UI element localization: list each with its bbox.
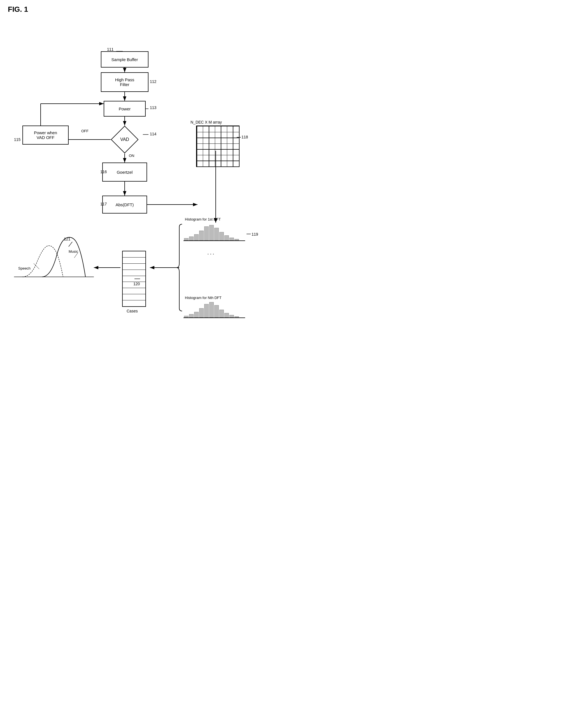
cases-cell xyxy=(123,276,146,282)
hist-bar xyxy=(194,234,199,240)
power-vad-off-label: Power whenVAD OFF xyxy=(34,130,57,140)
ref-115: 115 xyxy=(14,137,21,142)
fig-title: FIG. 1 xyxy=(8,5,28,14)
abs-dft-box: Abs(DFT) xyxy=(102,196,147,213)
sample-buffer-box: Sample Buffer xyxy=(101,51,149,68)
power-vad-off-box: Power whenVAD OFF xyxy=(22,126,69,145)
page: FIG. 1 xyxy=(0,0,290,364)
hist-bar xyxy=(219,232,224,240)
histogram-1 xyxy=(184,224,245,241)
hist-bar xyxy=(204,304,209,317)
ref-119: 119 xyxy=(252,232,258,236)
hist-bar xyxy=(214,228,219,240)
ref-120: 120 xyxy=(133,282,140,286)
ndec-grid xyxy=(196,126,239,167)
cases-label: Cases xyxy=(127,309,138,313)
ref-116: 116 xyxy=(100,170,107,174)
power-label: Power xyxy=(119,106,131,111)
hist1-label: Histogram for 1st DFT xyxy=(185,217,221,222)
cases-cell xyxy=(123,251,146,258)
hist-bar xyxy=(189,236,193,240)
cases-cell xyxy=(123,294,146,301)
hist-bar xyxy=(235,316,239,317)
hist-bar xyxy=(225,235,229,240)
music-label: Music xyxy=(69,250,78,254)
cases-cell xyxy=(123,301,146,306)
hist-bar xyxy=(204,227,209,240)
curves-container: Speech Music xyxy=(14,235,94,280)
vad-diamond: VAD xyxy=(111,126,139,154)
cases-cell xyxy=(123,270,146,276)
hist-bar xyxy=(184,316,188,317)
hist-bar xyxy=(199,308,204,317)
histN-label: Histogram for Nth DFT xyxy=(185,296,221,300)
hist-bar xyxy=(225,313,229,317)
hist-bar xyxy=(235,239,239,240)
cases-cell xyxy=(123,288,146,294)
ndec-array-label: N_DEC X M array xyxy=(190,120,222,124)
vad-label: VAD xyxy=(120,137,129,142)
hist-bar xyxy=(230,238,234,240)
cases-cell xyxy=(123,258,146,264)
on-label: ON xyxy=(129,154,134,158)
hist-bar xyxy=(194,312,199,317)
high-pass-filter-label: High PassFilter xyxy=(115,77,134,87)
cases-stack xyxy=(122,251,146,307)
dots-label: ... xyxy=(207,250,215,256)
ref-114: 114 xyxy=(150,132,156,136)
abs-dft-label: Abs(DFT) xyxy=(116,202,134,207)
hist-bar xyxy=(189,314,193,317)
ref-111: 111 xyxy=(107,47,113,52)
off-label: OFF xyxy=(81,129,88,133)
svg-line-26 xyxy=(34,263,39,269)
speech-label: Speech xyxy=(18,266,30,270)
goertzel-box: Goertzel xyxy=(102,162,147,182)
hist-bar xyxy=(199,231,204,240)
ref-121: 121 xyxy=(64,237,70,241)
hist-bar xyxy=(214,305,219,317)
hist-bar xyxy=(184,238,188,240)
hist-bar xyxy=(219,310,224,317)
high-pass-filter-box: High PassFilter xyxy=(101,72,149,92)
goertzel-label: Goertzel xyxy=(117,170,133,175)
power-box: Power xyxy=(104,101,146,116)
hist-bar xyxy=(209,225,214,240)
ref-112: 112 xyxy=(150,79,156,84)
hist-bar xyxy=(230,315,234,317)
ref-118: 118 xyxy=(241,135,248,139)
ref-113: 113 xyxy=(150,105,156,110)
ref-117: 117 xyxy=(100,202,107,206)
cases-cell xyxy=(123,264,146,270)
sample-buffer-label: Sample Buffer xyxy=(111,57,138,62)
hist-bar xyxy=(209,302,214,317)
histogram-n xyxy=(184,301,245,318)
